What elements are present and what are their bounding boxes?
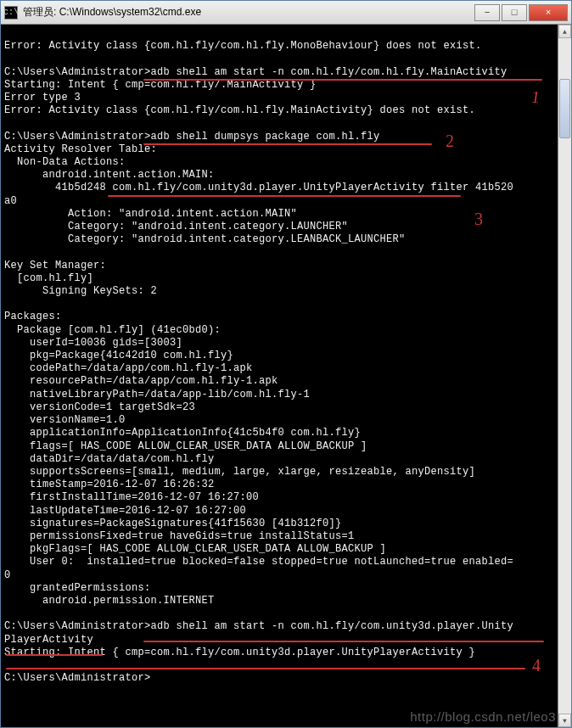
vertical-scrollbar[interactable]: ▲ ▼ <box>558 25 571 727</box>
terminal-output[interactable]: Error: Activity class {com.hl.fly/com.hl… <box>1 25 558 727</box>
terminal-area: Error: Activity class {com.hl.fly/com.hl… <box>1 25 571 727</box>
scroll-track[interactable] <box>558 38 571 714</box>
window-title: 管理员: C:\Windows\system32\cmd.exe <box>23 5 474 20</box>
cmd-icon: c:\ <box>4 6 18 20</box>
maximize-button[interactable]: □ <box>502 4 527 21</box>
window-controls: − □ × <box>474 4 568 21</box>
scroll-down-icon[interactable]: ▼ <box>558 714 571 727</box>
close-button[interactable]: × <box>529 4 568 21</box>
titlebar[interactable]: c:\ 管理员: C:\Windows\system32\cmd.exe − □… <box>1 1 571 25</box>
scroll-thumb[interactable] <box>559 79 570 138</box>
cmd-window: c:\ 管理员: C:\Windows\system32\cmd.exe − □… <box>0 0 572 728</box>
scroll-up-icon[interactable]: ▲ <box>558 25 571 38</box>
watermark-text: http://blog.csdn.net/leo3 <box>410 709 556 724</box>
minimize-button[interactable]: − <box>474 4 500 21</box>
